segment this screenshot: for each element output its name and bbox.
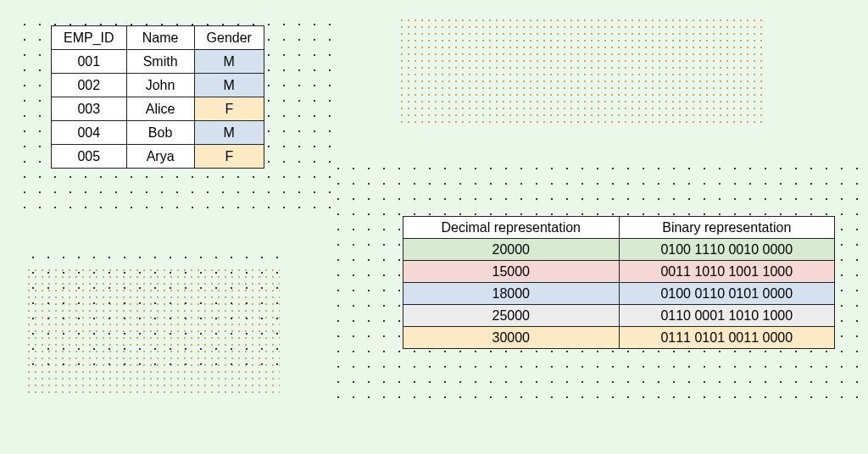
cell-gender: M (194, 121, 264, 145)
cell-name: Alice (126, 97, 194, 121)
col-header-name: Name (126, 26, 194, 50)
dot-pattern-orange (398, 17, 763, 127)
cell-decimal: 20000 (403, 239, 620, 261)
cell-empid: 005 (52, 145, 127, 169)
cell-gender: F (194, 97, 264, 121)
cell-gender: M (194, 74, 264, 97)
cell-empid: 003 (52, 97, 127, 121)
cell-name: Arya (126, 145, 194, 169)
cell-empid: 002 (52, 74, 127, 97)
cell-binary: 0111 0101 0011 0000 (619, 327, 835, 349)
cell-decimal: 18000 (403, 283, 620, 305)
cell-decimal: 15000 (403, 261, 620, 283)
table-row: 002 John M (52, 74, 264, 97)
col-header-decimal: Decimal representation (403, 217, 620, 239)
table-row: 005 Arya F (52, 145, 264, 169)
cell-binary: 0100 0110 0101 0000 (619, 283, 835, 305)
cell-name: Bob (126, 121, 194, 145)
table-row: 003 Alice F (52, 97, 264, 121)
table-header-row: Decimal representation Binary representa… (403, 217, 835, 239)
cell-binary: 0100 1110 0010 0000 (619, 239, 835, 261)
cell-name: John (126, 74, 194, 97)
cell-gender: F (194, 145, 264, 169)
cell-empid: 004 (52, 121, 127, 145)
table-row: 004 Bob M (52, 121, 264, 145)
cell-name: Smith (126, 50, 194, 74)
binary-table: Decimal representation Binary representa… (403, 216, 835, 349)
cell-empid: 001 (52, 50, 127, 74)
dot-pattern-dark (25, 250, 280, 377)
col-header-gender: Gender (194, 26, 264, 50)
cell-decimal: 30000 (403, 327, 620, 349)
cell-binary: 0110 0001 1010 1000 (619, 305, 835, 327)
table-row: 15000 0011 1010 1001 1000 (403, 261, 835, 283)
employee-table: EMP_ID Name Gender 001 Smith M 002 John … (51, 25, 264, 169)
table-row: 30000 0111 0101 0011 0000 (403, 327, 835, 349)
table-row: 18000 0100 0110 0101 0000 (403, 283, 835, 305)
cell-decimal: 25000 (403, 305, 620, 327)
cell-gender: M (194, 50, 264, 74)
col-header-binary: Binary representation (619, 217, 835, 239)
table-row: 20000 0100 1110 0010 0000 (403, 239, 835, 261)
table-header-row: EMP_ID Name Gender (52, 26, 264, 50)
table-row: 25000 0110 0001 1010 1000 (403, 305, 835, 327)
table-row: 001 Smith M (52, 50, 264, 74)
col-header-empid: EMP_ID (52, 26, 127, 50)
cell-binary: 0011 1010 1001 1000 (619, 261, 835, 283)
